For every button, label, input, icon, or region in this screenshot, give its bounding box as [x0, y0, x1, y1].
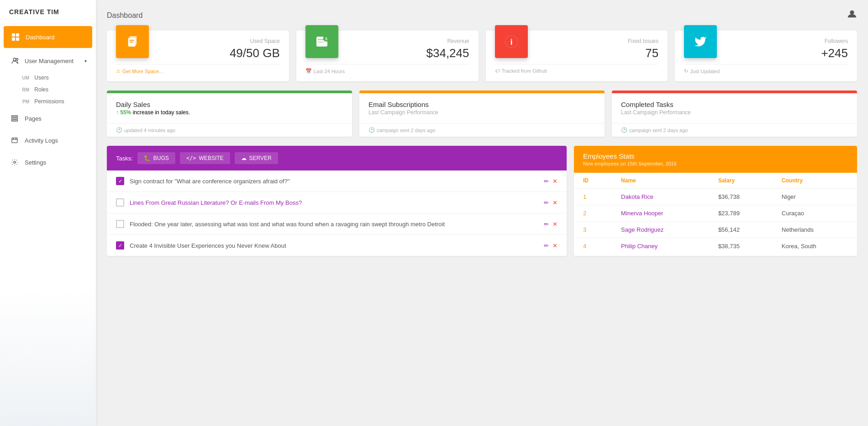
- chart-subtitle: ↑ 55% increase in today sales.: [116, 109, 343, 116]
- task-actions: ✏✕: [544, 199, 558, 206]
- stat-value: +245: [724, 46, 848, 60]
- chart-footer: 🕐 updated 4 minutes ago: [107, 123, 352, 137]
- settings-icon: [9, 157, 20, 168]
- chart-title: Completed Tasks: [621, 101, 848, 108]
- stat-footer: 🏷 Tracked from Github: [495, 64, 659, 74]
- task-text: Sign contract for "What are conference o…: [130, 178, 538, 185]
- col-country: Country: [773, 173, 857, 189]
- stat-footer: ↻ Just Updated: [684, 64, 848, 74]
- sidebar-item-permissions[interactable]: PM Permissions: [0, 96, 96, 107]
- table-row: 1Dakota Rice$36,738Niger: [574, 189, 857, 205]
- stat-value: 49/50 GB: [156, 46, 280, 60]
- task-actions: ✏✕: [544, 221, 558, 228]
- chart-title: Daily Sales: [116, 101, 343, 108]
- emp-name: Sage Rodriguez: [612, 222, 709, 238]
- task-edit-button[interactable]: ✏: [544, 221, 549, 228]
- table-row: 3Sage Rodriguez$56,142Netherlands: [574, 222, 857, 238]
- stat-footer[interactable]: ⚠ Get More Space...: [116, 64, 280, 74]
- clock-icon: 🕐: [368, 127, 375, 133]
- task-checkbox[interactable]: [116, 220, 124, 228]
- emp-salary: $56,142: [709, 222, 773, 238]
- emp-country: Netherlands: [773, 222, 857, 238]
- emp-name: Dakota Rice: [612, 189, 709, 205]
- emp-id: 3: [574, 222, 612, 238]
- sidebar-item-activity-logs[interactable]: Activity Logs: [0, 129, 96, 151]
- sidebar-item-user-management[interactable]: User Management ▾: [0, 50, 96, 72]
- emp-id: 1: [574, 189, 612, 205]
- tasks-tab-bugs[interactable]: 🐛 BUGS: [137, 152, 175, 164]
- emp-id: 4: [574, 238, 612, 255]
- svg-rect-1: [16, 33, 19, 37]
- task-checkbox[interactable]: ✓: [116, 241, 124, 250]
- employees-table-header-row: ID Name Salary Country: [574, 173, 857, 189]
- charts-row: Daily Sales ↑ 55% increase in today sale…: [107, 91, 857, 137]
- task-edit-button[interactable]: ✏: [544, 178, 549, 185]
- activity-icon: [9, 135, 20, 146]
- brand-logo: CREATIVE TIM: [0, 0, 96, 24]
- stats-row: Used Space 49/50 GB ⚠ Get More Space...: [107, 31, 857, 81]
- stat-card-followers: Followers +245 ↻ Just Updated: [675, 31, 857, 81]
- svg-rect-2: [12, 37, 15, 41]
- emp-salary: $23,789: [709, 205, 773, 222]
- task-row: ✓Create 4 Invisible User Experiences you…: [107, 235, 567, 256]
- task-row: ✓Sign contract for "What are conference …: [107, 170, 567, 192]
- task-row: Flooded: One year later, assessing what …: [107, 213, 567, 235]
- svg-rect-3: [16, 37, 19, 41]
- svg-rect-18: [129, 42, 133, 43]
- task-text: Lines From Great Russian Literature? Or …: [130, 199, 538, 206]
- tasks-header-label: Tasks:: [116, 155, 133, 162]
- table-row: 2Minerva Hooper$23,789Curaçao: [574, 205, 857, 222]
- stat-label: Fixed Issues: [535, 38, 659, 44]
- task-delete-button[interactable]: ✕: [552, 199, 558, 206]
- chart-footer: 🕐 campaign sent 2 days ago: [359, 123, 605, 137]
- svg-rect-0: [12, 33, 15, 37]
- stat-label: Used Space: [156, 38, 280, 44]
- col-id: ID: [574, 173, 612, 189]
- sidebar-background: [0, 289, 96, 426]
- stat-card-fixed-issues: i Fixed Issues 75 🏷 Tracked from Github: [486, 31, 668, 81]
- task-link[interactable]: Lines From Great Russian Literature? Or …: [130, 199, 302, 206]
- sidebar-item-roles[interactable]: RM Roles: [0, 84, 96, 96]
- task-actions: ✏✕: [544, 242, 558, 249]
- sidebar-item-settings[interactable]: Settings: [0, 151, 96, 173]
- tasks-tab-website[interactable]: </> WEBSITE: [180, 152, 230, 164]
- task-delete-button[interactable]: ✕: [552, 178, 558, 185]
- tag-icon: 🏷: [495, 68, 500, 74]
- page-header: Dashboard: [107, 9, 857, 21]
- sidebar-item-users[interactable]: UM Users: [0, 72, 96, 84]
- task-checkbox[interactable]: ✓: [116, 177, 124, 185]
- pages-icon: [9, 113, 20, 124]
- followers-icon-box: [684, 25, 717, 58]
- sidebar-item-dashboard[interactable]: Dashboard: [4, 26, 92, 48]
- svg-rect-17: [129, 40, 134, 41]
- employees-tbody: 1Dakota Rice$36,738Niger2Minerva Hooper$…: [574, 189, 857, 255]
- chart-completed-tasks: Completed Tasks Last Campaign Performanc…: [612, 91, 857, 137]
- emp-name: Minerva Hooper: [612, 205, 709, 222]
- chart-daily-sales: Daily Sales ↑ 55% increase in today sale…: [107, 91, 352, 137]
- grid-icon: [10, 32, 21, 43]
- table-row: 4Philip Chaney$38,735Korea, South: [574, 238, 857, 255]
- tasks-tab-server[interactable]: ☁ SERVER: [235, 152, 278, 164]
- svg-rect-9: [12, 138, 17, 143]
- sidebar-item-label: Dashboard: [26, 34, 86, 41]
- user-mgmt-icon: [9, 55, 20, 66]
- task-delete-button[interactable]: ✕: [552, 242, 558, 249]
- tasks-card: Tasks: 🐛 BUGS </> WEBSITE ☁ SERVER ✓Sign…: [107, 146, 567, 256]
- svg-rect-8: [11, 120, 17, 121]
- task-edit-button[interactable]: ✏: [544, 199, 549, 206]
- task-delete-button[interactable]: ✕: [552, 221, 558, 228]
- bottom-row: Tasks: 🐛 BUGS </> WEBSITE ☁ SERVER ✓Sign…: [107, 146, 857, 256]
- sidebar-item-label: Settings: [25, 159, 87, 166]
- svg-text:i: i: [510, 37, 512, 47]
- svg-point-14: [850, 11, 854, 15]
- user-avatar-icon[interactable]: [847, 9, 857, 21]
- task-checkbox[interactable]: [116, 198, 124, 207]
- sidebar-item-pages[interactable]: Pages: [0, 107, 96, 129]
- emp-name: Philip Chaney: [612, 238, 709, 255]
- task-edit-button[interactable]: ✏: [544, 242, 549, 249]
- svg-rect-7: [11, 118, 17, 119]
- svg-point-4: [13, 58, 16, 61]
- task-text: Flooded: One year later, assessing what …: [130, 221, 538, 228]
- emp-country: Niger: [773, 189, 857, 205]
- emp-salary: $38,735: [709, 238, 773, 255]
